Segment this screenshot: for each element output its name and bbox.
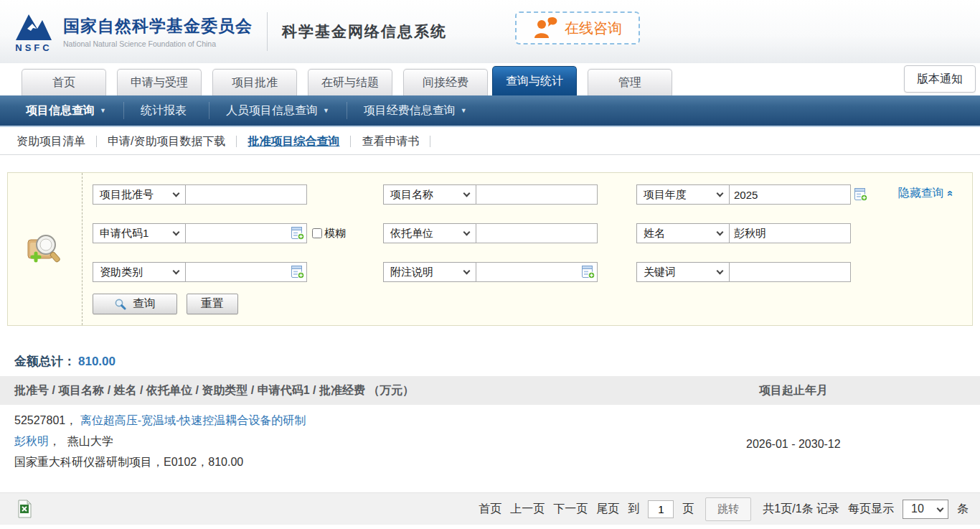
nav-separator: [96, 136, 97, 147]
select-label: 申请代码1: [100, 227, 149, 240]
per-page-select[interactable]: 10: [903, 500, 948, 519]
approval-no: 52527801，: [14, 414, 77, 426]
crumb-approved-project-query[interactable]: 批准项目综合查询: [248, 134, 339, 149]
tab-home[interactable]: 首页: [22, 69, 106, 95]
select-label: 项目名称: [390, 188, 433, 202]
results-period-column-label: 项目起止年月: [759, 376, 828, 405]
search-panel: 隐藏查询 « 项目批准号 项目名称 项目年度: [7, 172, 973, 326]
chevron-down-icon: ▼: [100, 107, 106, 114]
tertiary-nav: 资助项目清单 申请/资助项目数据下载 批准项目综合查询 查看申请书: [0, 128, 980, 155]
search-actions: 查询 重置: [93, 294, 238, 314]
chevron-down-icon: [937, 505, 944, 512]
subnav-project-funds-query[interactable]: 项目经费信息查询 ▼: [347, 95, 484, 126]
approval-no-input[interactable]: [185, 184, 307, 205]
field-funding-category: 资助类别: [93, 262, 307, 282]
page-prev-link[interactable]: 上一页: [510, 502, 545, 517]
select-label: 资助类别: [100, 266, 143, 279]
header-divider: [267, 12, 268, 51]
tab-query-statistics[interactable]: 查询与统计: [492, 66, 577, 95]
annotation-select[interactable]: 附注说明: [383, 262, 476, 282]
excel-export-icon[interactable]: [16, 500, 33, 518]
apply-code-input[interactable]: [185, 223, 307, 243]
results-header: 批准号 / 项目名称 / 姓名 / 依托单位 / 资助类型 / 申请代码1 / …: [0, 376, 980, 405]
page-next-link[interactable]: 下一页: [553, 502, 588, 517]
annotation-picker-icon[interactable]: [581, 265, 595, 279]
panel-icon-zone: [8, 173, 83, 325]
app-header: NSFC 国家自然科学基金委员会 National Natural Scienc…: [0, 0, 980, 63]
chevron-down-icon: [463, 267, 471, 274]
total-records-label: 共1页/1条 记录: [763, 502, 839, 517]
field-apply-code: 申请代码1 模糊: [93, 223, 346, 243]
query-button-label: 查询: [133, 296, 156, 312]
subnav-label: 项目信息查询: [26, 103, 95, 118]
nsfc-logo: NSFC: [10, 10, 57, 53]
project-name-input[interactable]: [476, 184, 598, 205]
reset-button[interactable]: 重置: [187, 294, 238, 314]
subnav-project-info-query[interactable]: 项目信息查询 ▼: [9, 95, 123, 126]
consult-person-icon: [533, 17, 559, 39]
institution-input[interactable]: [476, 223, 598, 243]
chevron-down-icon: [173, 267, 180, 274]
version-notice-button[interactable]: 版本通知: [904, 65, 976, 93]
person-name-select[interactable]: 姓名: [636, 223, 730, 243]
tab-research-completion[interactable]: 在研与结题: [308, 69, 392, 95]
page-unit-label: 页: [682, 502, 694, 517]
goto-label: 到: [628, 502, 639, 517]
field-approval-no: 项目批准号: [93, 184, 307, 205]
chevron-down-icon: [173, 189, 180, 197]
hide-query-link[interactable]: 隐藏查询 «: [898, 186, 953, 201]
subnav-statistical-reports[interactable]: 统计报表: [123, 95, 209, 126]
online-consult-button[interactable]: 在线咨询: [515, 11, 640, 45]
project-name-select[interactable]: 项目名称: [383, 184, 476, 205]
query-button[interactable]: 查询: [93, 294, 177, 314]
select-label: 依托单位: [390, 227, 433, 240]
chevron-down-icon: [717, 189, 724, 197]
jump-button[interactable]: 跳转: [705, 497, 751, 521]
page-root: NSFC 国家自然科学基金委员会 National Natural Scienc…: [0, 0, 980, 529]
year-picker-icon[interactable]: [854, 187, 868, 202]
subnav-label: 统计报表: [141, 103, 187, 118]
field-annotation: 附注说明: [383, 262, 598, 282]
institution-name: 燕山大学: [67, 435, 113, 447]
keyword-input[interactable]: [729, 262, 851, 282]
select-label: 关键词: [644, 266, 676, 279]
funding-category-select[interactable]: 资助类别: [93, 262, 186, 282]
funding-category-input[interactable]: [185, 262, 307, 282]
page-first-link[interactable]: 首页: [479, 502, 501, 517]
project-year-input[interactable]: [729, 184, 851, 205]
subnav-personnel-project-query[interactable]: 人员项目信息查询 ▼: [209, 95, 347, 126]
page-last-link[interactable]: 尾页: [596, 502, 619, 517]
person-name-input[interactable]: [729, 223, 851, 243]
tab-apply-accept[interactable]: 申请与受理: [117, 69, 202, 95]
fuzzy-label: 模糊: [324, 227, 346, 240]
code-picker-icon[interactable]: [291, 226, 305, 240]
crumb-funded-project-list[interactable]: 资助项目清单: [17, 134, 85, 149]
fuzzy-checkbox[interactable]: [312, 228, 322, 238]
project-year-select[interactable]: 项目年度: [636, 184, 730, 205]
apply-code-select[interactable]: 申请代码1: [93, 223, 186, 243]
per-page-label: 每页显示: [848, 502, 894, 517]
person-name-link[interactable]: 彭秋明: [14, 435, 49, 447]
chevron-down-icon: ▼: [323, 107, 329, 114]
keyword-select[interactable]: 关键词: [636, 262, 730, 282]
project-title-link[interactable]: 离位超高压-宽温域-快速控温耦合设备的研制: [80, 414, 306, 426]
institution-select[interactable]: 依托单位: [383, 223, 476, 243]
tab-management[interactable]: 管理: [588, 69, 672, 95]
tab-project-approval[interactable]: 项目批准: [212, 69, 297, 95]
approval-no-select[interactable]: 项目批准号: [93, 184, 186, 205]
pagination: 首页 上一页 下一页 尾页 到 页 跳转 共1页/1条 记录 每页显示 10 条: [479, 493, 969, 525]
subnav-label: 人员项目信息查询: [226, 103, 318, 118]
category-picker-icon[interactable]: [291, 265, 305, 279]
amount-total: 金额总计：810.00: [14, 353, 116, 370]
annotation-input[interactable]: [476, 262, 598, 282]
crumb-view-application[interactable]: 查看申请书: [362, 134, 419, 149]
primary-tabs: 首页 申请与受理 项目批准 在研与结题 间接经费 查询与统计 管理 版本通知: [0, 63, 980, 95]
crumb-project-data-download[interactable]: 申请/资助项目数据下载: [108, 134, 225, 149]
select-label: 姓名: [644, 227, 665, 240]
project-period: 2026-01 - 2030-12: [746, 438, 841, 451]
footer-bar: 首页 上一页 下一页 尾页 到 页 跳转 共1页/1条 记录 每页显示 10 条: [0, 492, 980, 525]
system-name: 科学基金网络信息系统: [282, 22, 447, 42]
tab-indirect-funds[interactable]: 间接经费: [403, 69, 488, 95]
select-label: 项目批准号: [100, 188, 154, 202]
goto-page-input[interactable]: [648, 500, 674, 518]
